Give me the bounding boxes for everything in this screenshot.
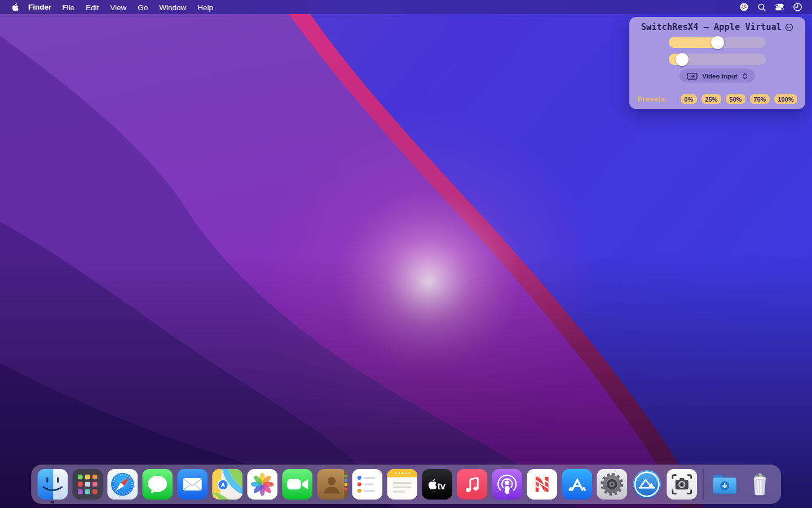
reminders-icon: [352, 469, 382, 500]
photos-icon: [247, 469, 277, 500]
dock-item-news[interactable]: [524, 467, 559, 502]
dock: tv: [31, 465, 781, 504]
dock-item-system-preferences[interactable]: [594, 467, 629, 502]
apple-menu-icon[interactable]: [11, 3, 19, 12]
control-center-icon[interactable]: [775, 2, 784, 12]
presets-row: Presets: 0%25%50%75%100%: [637, 94, 797, 104]
panel-title-row: SwitchResX4 — Apple Virtual: [629, 17, 805, 32]
dock-item-downloads[interactable]: [707, 467, 742, 502]
dock-item-photos[interactable]: [245, 467, 280, 502]
menu-file[interactable]: File: [56, 3, 80, 12]
dock-item-reminders[interactable]: [350, 467, 385, 502]
music-icon: [457, 469, 487, 500]
tv-icon: tv: [422, 469, 452, 500]
dock-item-finder[interactable]: [35, 467, 70, 502]
dock-item-app-store[interactable]: [559, 467, 594, 502]
search-icon[interactable]: [757, 3, 766, 12]
news-icon: [527, 469, 557, 500]
menu-bar-status-area: [739, 2, 812, 12]
preset-buttons: 0%25%50%75%100%: [681, 94, 797, 104]
menu-help[interactable]: Help: [192, 3, 219, 12]
dock-divider: [703, 469, 704, 500]
presets-label: Presets:: [637, 95, 668, 103]
app-store-icon: [562, 469, 592, 500]
betterdisplay-icon: [632, 469, 662, 500]
video-input-button[interactable]: Video Input: [679, 69, 755, 82]
notes-icon: [387, 469, 417, 500]
safari-icon: [107, 469, 138, 500]
dock-item-screenshot[interactable]: [664, 467, 699, 502]
dock-item-music[interactable]: [454, 467, 489, 502]
dock-item-trash[interactable]: [742, 467, 777, 502]
slider-1[interactable]: [669, 37, 766, 48]
slider-2-thumb[interactable]: [676, 53, 689, 66]
video-input-label: Video Input: [702, 73, 737, 80]
menu-edit[interactable]: Edit: [80, 3, 104, 12]
switchresx-panel: SwitchResX4 — Apple Virtual Video Input …: [629, 17, 805, 109]
cookie-icon[interactable]: [739, 2, 749, 12]
menu-window[interactable]: Window: [153, 3, 192, 12]
screenshot-icon: [667, 469, 697, 500]
finder-icon: [37, 469, 68, 500]
podcasts-icon: [492, 469, 522, 500]
downloads-icon: [709, 469, 740, 500]
preset-button-25pct[interactable]: 25%: [701, 94, 721, 104]
system-preferences-icon: [597, 469, 627, 500]
contacts-icon: [317, 469, 347, 500]
svg-text:tv: tv: [438, 481, 445, 491]
menu-go[interactable]: Go: [132, 3, 153, 12]
dock-item-contacts[interactable]: [315, 467, 350, 502]
trash-icon: [744, 469, 775, 500]
preset-button-0pct[interactable]: 0%: [681, 94, 697, 104]
preset-button-50pct[interactable]: 50%: [726, 94, 745, 104]
menu-app-name[interactable]: Finder: [23, 3, 56, 11]
dock-item-launchpad[interactable]: [70, 467, 105, 502]
menu-items: FileEditViewGoWindowHelp: [56, 2, 219, 12]
messages-icon: [142, 469, 173, 500]
dock-item-betterdisplay[interactable]: [629, 467, 664, 502]
preset-button-100pct[interactable]: 100%: [774, 94, 797, 104]
menu-view[interactable]: View: [104, 3, 132, 12]
dock-item-mail[interactable]: [175, 467, 210, 502]
launchpad-icon: [72, 469, 103, 500]
dock-item-safari[interactable]: [105, 467, 140, 502]
dock-item-facetime[interactable]: [280, 467, 315, 502]
maps-icon: [212, 469, 242, 500]
dock-item-messages[interactable]: [140, 467, 175, 502]
menu-bar-left: Finder FileEditViewGoWindowHelp: [0, 2, 219, 12]
dock-item-podcasts[interactable]: [489, 467, 524, 502]
panel-title: SwitchResX4 — Apple Virtual: [641, 22, 782, 32]
video-input-icon: [687, 72, 698, 80]
dock-item-tv[interactable]: tv: [420, 467, 454, 502]
dock-item-notes[interactable]: [385, 467, 420, 502]
dock-item-maps[interactable]: [210, 467, 245, 502]
running-indicator: [51, 501, 54, 503]
preset-button-75pct[interactable]: 75%: [750, 94, 770, 104]
ellipsis-circle-icon[interactable]: [785, 23, 793, 32]
menu-bar: Finder FileEditViewGoWindowHelp: [0, 0, 812, 14]
mail-icon: [177, 469, 208, 500]
stepper-chevrons-icon: [742, 72, 748, 80]
slider-2[interactable]: [669, 54, 766, 65]
facetime-icon: [282, 469, 312, 500]
clock-icon[interactable]: [793, 2, 802, 12]
slider-1-thumb[interactable]: [711, 36, 724, 49]
